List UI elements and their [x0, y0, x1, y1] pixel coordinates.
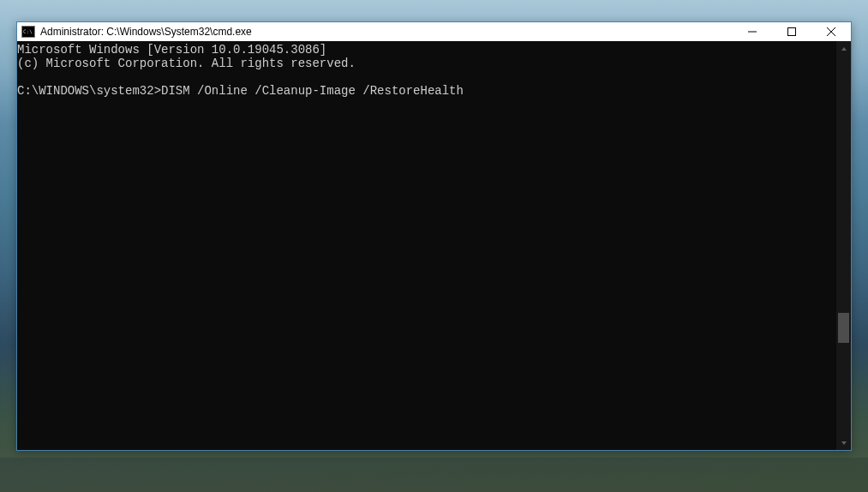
maximize-button[interactable] [772, 22, 811, 41]
maximize-icon [787, 27, 796, 36]
scrollbar-track[interactable] [836, 56, 851, 435]
terminal-output[interactable]: Microsoft Windows [Version 10.0.19045.30… [17, 41, 836, 450]
copyright-line: (c) Microsoft Corporation. All rights re… [17, 57, 356, 70]
command-text: DISM /Online /Cleanup-Image /RestoreHeal… [161, 84, 464, 98]
chevron-up-icon [841, 45, 847, 52]
prompt-text: C:\WINDOWS\system32> [17, 84, 161, 98]
chevron-down-icon [841, 440, 847, 447]
svg-marker-4 [841, 47, 847, 51]
svg-rect-1 [788, 28, 796, 36]
scrollbar-up-button[interactable] [836, 41, 851, 56]
titlebar[interactable]: Administrator: C:\Windows\System32\cmd.e… [17, 22, 851, 41]
svg-marker-5 [841, 441, 847, 445]
minimize-icon [748, 27, 757, 36]
vertical-scrollbar[interactable] [836, 41, 851, 450]
window-controls [733, 22, 851, 41]
command-prompt-window: Administrator: C:\Windows\System32\cmd.e… [16, 21, 852, 451]
version-line: Microsoft Windows [Version 10.0.19045.30… [17, 43, 326, 57]
scrollbar-down-button[interactable] [836, 435, 851, 450]
window-title: Administrator: C:\Windows\System32\cmd.e… [40, 26, 252, 38]
close-icon [827, 27, 835, 36]
close-button[interactable] [811, 22, 851, 41]
scrollbar-thumb[interactable] [838, 313, 849, 343]
desktop-background-bottom [0, 458, 868, 492]
cmd-icon [21, 26, 35, 38]
minimize-button[interactable] [733, 22, 772, 41]
terminal-area[interactable]: Microsoft Windows [Version 10.0.19045.30… [17, 41, 851, 450]
